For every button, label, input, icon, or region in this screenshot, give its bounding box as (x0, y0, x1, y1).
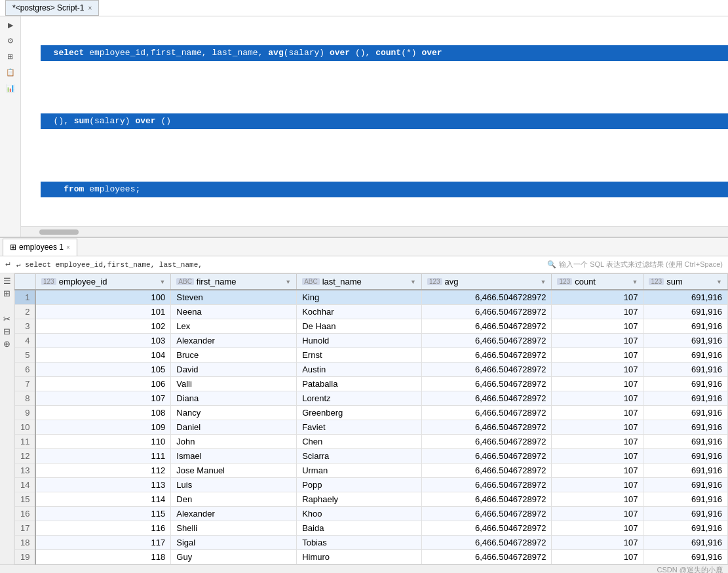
cell-employee-id: 100 (35, 290, 170, 305)
cell-row-num: 14 (15, 478, 36, 492)
results-tab-employees[interactable]: ⊞ employees 1 × (3, 239, 77, 256)
sidebar-grid-icon[interactable]: ⊞ (3, 288, 10, 298)
col-label-sum: sum (666, 277, 683, 286)
th-last-name[interactable]: ABC last_name ▼ (297, 274, 422, 290)
cell-employee-id: 113 (35, 478, 170, 492)
table-row[interactable]: 1100StevenKing6,466.5046728972107691,916 (15, 290, 728, 305)
sidebar-cut-icon[interactable]: ✂ (3, 314, 10, 324)
cell-count: 107 (552, 290, 643, 305)
cell-avg: 6,466.5046728972 (421, 435, 552, 449)
cell-employee-id: 103 (35, 334, 170, 348)
cell-last-name: Khoo (297, 507, 422, 521)
cell-first-name: Ismael (171, 449, 297, 464)
script-tab[interactable]: *<postgres> Script-1 × (5, 0, 99, 16)
script-tab-close[interactable]: × (88, 5, 92, 12)
cell-first-name: Daniel (171, 420, 297, 435)
cell-last-name: Tobias (297, 536, 422, 550)
th-count[interactable]: 123 count ▼ (552, 274, 643, 290)
sort-icon-fname[interactable]: ▼ (285, 279, 291, 285)
table-row[interactable]: 17116ShelliBaida6,466.5046728972107691,9… (15, 521, 728, 536)
sql-indicator: ↵ (5, 260, 11, 269)
run-icon[interactable]: ▶ (5, 19, 16, 31)
sort-icon-avg[interactable]: ▼ (541, 279, 546, 285)
grid-icon[interactable]: ⊞ (5, 50, 16, 62)
cell-employee-id: 112 (35, 464, 170, 478)
table-row[interactable]: 6105DavidAustin6,466.5046728972107691,91… (15, 363, 728, 377)
cell-avg: 6,466.5046728972 (421, 550, 552, 564)
sql-selected-text: select employee_id,first_name, last_name… (41, 45, 728, 61)
scroll-thumb[interactable] (39, 229, 79, 235)
sort-icon-empid[interactable]: ▼ (159, 279, 165, 285)
copy-icon[interactable]: 📋 (5, 66, 16, 78)
query-preview: ↵ select employee_id,first_name, last_na… (16, 260, 202, 269)
sql-selected-line3: from employees; (41, 182, 728, 197)
cell-sum: 691,916 (643, 521, 728, 536)
cell-employee-id: 114 (35, 492, 170, 507)
table-row[interactable]: 14113LuisPopp6,466.5046728972107691,916 (15, 478, 728, 492)
cell-employee-id: 107 (35, 391, 170, 406)
cell-sum: 691,916 (643, 435, 728, 449)
table-row[interactable]: 7106ValliPataballa6,466.5046728972107691… (15, 377, 728, 391)
cell-row-num: 4 (15, 334, 36, 348)
th-employee-id[interactable]: 123 employee_id ▼ (35, 274, 170, 290)
sql-editor[interactable]: select employee_id,first_name, last_name… (21, 16, 728, 226)
table-row[interactable]: 15114DenRaphaely6,466.5046728972107691,9… (15, 492, 728, 507)
cell-employee-id: 104 (35, 348, 170, 363)
sidebar-filter-icon[interactable]: ☰ (3, 276, 11, 286)
table-row[interactable]: 9108NancyGreenberg6,466.5046728972107691… (15, 406, 728, 420)
results-tab-close[interactable]: × (66, 244, 70, 251)
editor-scrollbar[interactable] (21, 226, 728, 237)
cell-employee-id: 109 (35, 420, 170, 435)
cell-avg: 6,466.5046728972 (421, 464, 552, 478)
cell-last-name: Austin (297, 363, 422, 377)
th-avg[interactable]: 123 avg ▼ (421, 274, 552, 290)
sort-icon-lname[interactable]: ▼ (410, 279, 416, 285)
data-table-wrapper[interactable]: 123 employee_id ▼ ABC first_name ▼ (14, 273, 728, 564)
cell-avg: 6,466.5046728972 (421, 377, 552, 391)
chart-icon[interactable]: 📊 (5, 82, 16, 94)
cell-avg: 6,466.5046728972 (421, 406, 552, 420)
cell-count: 107 (552, 435, 643, 449)
filter-box[interactable]: 🔍 输入一个 SQL 表达式来过滤结果 (使用 Ctrl+Space) (547, 260, 723, 269)
cell-sum: 691,916 (643, 550, 728, 564)
cell-row-num: 16 (15, 507, 36, 521)
table-row[interactable]: 18117SigalTobias6,466.5046728972107691,9… (15, 536, 728, 550)
table-row[interactable]: 13112Jose ManuelUrman6,466.5046728972107… (15, 464, 728, 478)
table-row[interactable]: 12111IsmaelSciarra6,466.5046728972107691… (15, 449, 728, 464)
table-row[interactable]: 8107DianaLorentz6,466.5046728972107691,9… (15, 391, 728, 406)
table-row[interactable]: 5104BruceErnst6,466.5046728972107691,916 (15, 348, 728, 363)
cell-sum: 691,916 (643, 492, 728, 507)
query-info-bar: ↵ ↵ select employee_id,first_name, last_… (0, 256, 728, 273)
app-container: *<postgres> Script-1 × ▶ ⚙ ⊞ 📋 📊 select … (0, 0, 728, 573)
col-label-fname: first_name (197, 277, 237, 286)
table-row[interactable]: 19118GuyHimuro6,466.5046728972107691,916 (15, 550, 728, 564)
settings-icon[interactable]: ⚙ (5, 35, 16, 47)
table-row[interactable]: 2101NeenaKochhar6,466.5046728972107691,9… (15, 305, 728, 319)
cell-employee-id: 115 (35, 507, 170, 521)
cell-sum: 691,916 (643, 319, 728, 334)
th-first-name[interactable]: ABC first_name ▼ (171, 274, 297, 290)
cell-first-name: Steven (171, 290, 297, 305)
cell-sum: 691,916 (643, 478, 728, 492)
sidebar-minus-icon[interactable]: ⊟ (3, 326, 10, 336)
table-row[interactable]: 10109DanielFaviet6,466.5046728972107691,… (15, 420, 728, 435)
table-row[interactable]: 4103AlexanderHunold6,466.504672897210769… (15, 334, 728, 348)
cell-first-name: Alexander (171, 334, 297, 348)
th-row-num (15, 274, 36, 290)
cell-last-name: Sciarra (297, 449, 422, 464)
sidebar-plus-icon[interactable]: ⊕ (3, 339, 10, 349)
cell-row-num: 8 (15, 391, 36, 406)
cell-sum: 691,916 (643, 536, 728, 550)
filter-icon: 🔍 (547, 260, 556, 269)
table-row[interactable]: 3102LexDe Haan6,466.5046728972107691,916 (15, 319, 728, 334)
cell-employee-id: 118 (35, 550, 170, 564)
table-row[interactable]: 11110JohnChen6,466.5046728972107691,916 (15, 435, 728, 449)
cell-last-name: Pataballa (297, 377, 422, 391)
sort-icon-sum[interactable]: ▼ (716, 279, 722, 285)
cell-sum: 691,916 (643, 290, 728, 305)
table-row[interactable]: 16115AlexanderKhoo6,466.5046728972107691… (15, 507, 728, 521)
cell-count: 107 (552, 319, 643, 334)
cell-sum: 691,916 (643, 377, 728, 391)
sort-icon-count[interactable]: ▼ (632, 279, 638, 285)
th-sum[interactable]: 123 sum ▼ (643, 274, 728, 290)
